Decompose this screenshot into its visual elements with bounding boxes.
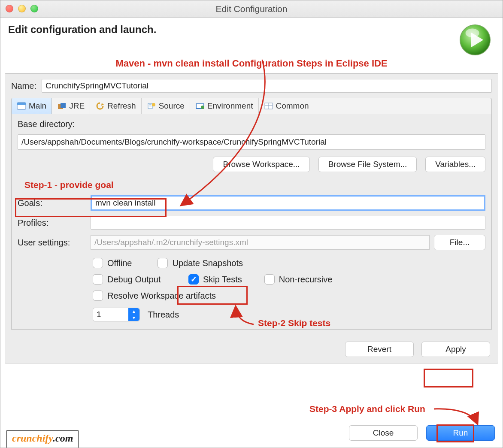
svg-point-14 xyxy=(201,106,204,109)
source-tab-icon xyxy=(147,102,156,110)
highlight-apply xyxy=(424,369,473,387)
minimize-window-icon[interactable] xyxy=(18,5,26,12)
offline-checkbox[interactable] xyxy=(93,258,103,268)
jre-tab-icon xyxy=(57,102,67,110)
stepper-up-icon[interactable]: ▲ xyxy=(128,308,139,315)
tab-common[interactable]: Common xyxy=(259,98,314,114)
skip-tests-label: Skip Tests xyxy=(203,275,242,285)
goals-label: Goals: xyxy=(18,198,86,208)
profiles-input[interactable] xyxy=(91,216,485,230)
tab-label: Source xyxy=(159,101,185,111)
resolve-workspace-label: Resolve Workspace artifacts xyxy=(107,291,216,301)
svg-rect-4 xyxy=(17,103,26,105)
close-button[interactable]: Close xyxy=(349,425,418,441)
tab-label: JRE xyxy=(69,101,85,111)
tab-main[interactable]: Main xyxy=(12,98,52,114)
update-snapshots-checkbox[interactable] xyxy=(158,258,168,268)
zoom-window-icon[interactable] xyxy=(30,5,38,12)
close-window-icon[interactable] xyxy=(6,5,13,12)
goals-input[interactable] xyxy=(91,195,485,211)
debug-output-label: Debug Output xyxy=(107,275,161,285)
crunchify-logo: crunchify.com xyxy=(6,430,79,448)
base-dir-input[interactable] xyxy=(18,134,485,150)
tab-environment[interactable]: Environment xyxy=(190,98,259,114)
tab-body-main: Base directory: Browse Workspace... Brow… xyxy=(11,114,492,330)
skip-tests-checkbox[interactable] xyxy=(188,274,199,285)
stepper-down-icon[interactable]: ▼ xyxy=(128,315,139,321)
run-orb-icon xyxy=(458,23,492,57)
update-snapshots-label: Update Snapshots xyxy=(172,258,243,268)
name-label: Name: xyxy=(11,81,36,91)
browse-filesystem-button[interactable]: Browse File System... xyxy=(318,157,417,172)
environment-tab-icon xyxy=(195,102,205,110)
svg-point-11 xyxy=(152,103,155,106)
tab-source[interactable]: Source xyxy=(142,98,190,114)
apply-button[interactable]: Apply xyxy=(421,342,490,357)
offline-label: Offline xyxy=(107,258,132,268)
tabs: Main JRE Refresh Source Environment xyxy=(11,98,492,114)
base-dir-label: Base directory: xyxy=(18,119,485,129)
tab-label: Common xyxy=(276,101,309,111)
svg-marker-7 xyxy=(101,103,104,106)
resolve-workspace-checkbox[interactable] xyxy=(93,291,103,301)
svg-rect-6 xyxy=(61,103,66,108)
annotation-step3: Step-3 Apply and click Run xyxy=(309,404,425,414)
threads-value: 1 xyxy=(97,310,101,319)
main-tab-icon xyxy=(17,102,26,110)
tab-label: Environment xyxy=(207,101,253,111)
user-settings-label: User settings: xyxy=(18,238,86,248)
user-settings-input xyxy=(91,235,430,250)
common-tab-icon xyxy=(264,102,273,110)
window-controls xyxy=(6,5,38,12)
refresh-tab-icon xyxy=(95,102,105,110)
revert-button[interactable]: Revert xyxy=(345,342,414,357)
variables-button[interactable]: Variables... xyxy=(425,157,485,172)
config-panel: Name: Main JRE Refresh Source xyxy=(5,73,498,363)
tab-label: Refresh xyxy=(107,101,136,111)
threads-stepper[interactable]: 1 ▲▼ xyxy=(93,308,140,321)
profiles-label: Profiles: xyxy=(18,218,86,228)
tab-label: Main xyxy=(29,101,46,111)
run-button[interactable]: Run xyxy=(426,425,495,441)
window-title: Edit Configuration xyxy=(216,4,288,14)
non-recursive-checkbox[interactable] xyxy=(264,274,275,285)
page-heading: Edit configuration and launch. xyxy=(8,24,458,36)
tab-jre[interactable]: JRE xyxy=(52,98,90,114)
non-recursive-label: Non-recursive xyxy=(279,275,332,285)
annotation-title: Maven - mvn clean install Configuration … xyxy=(0,58,503,69)
browse-workspace-button[interactable]: Browse Workspace... xyxy=(213,157,309,172)
titlebar: Edit Configuration xyxy=(0,0,503,18)
file-button[interactable]: File... xyxy=(434,235,485,250)
threads-label: Threads xyxy=(148,310,179,320)
name-input[interactable] xyxy=(42,79,492,93)
debug-output-checkbox[interactable] xyxy=(93,274,103,285)
tab-refresh[interactable]: Refresh xyxy=(90,98,142,114)
